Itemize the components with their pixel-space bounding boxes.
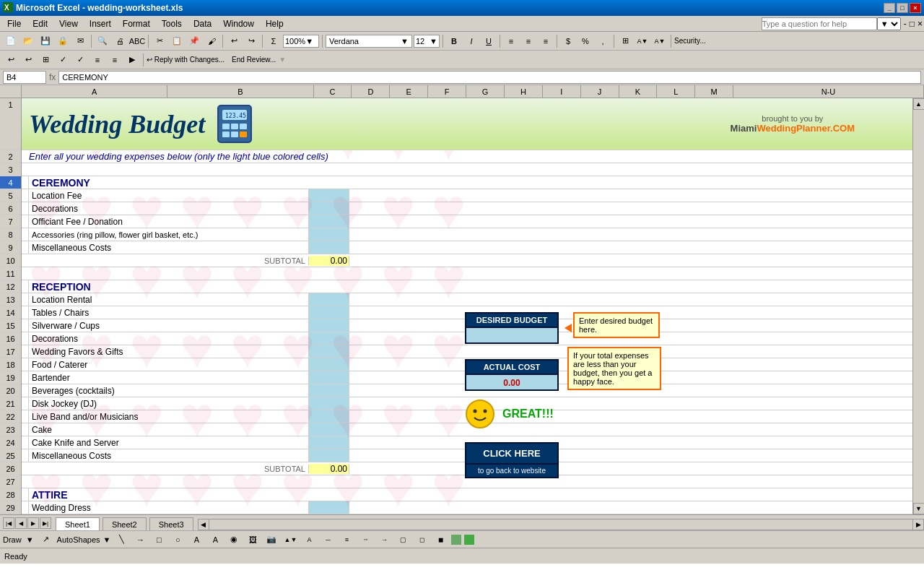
email-button[interactable]: ✉ — [72, 34, 88, 48]
officiant-input[interactable] — [309, 215, 349, 228]
tb2-btn4[interactable]: ✓ — [55, 53, 71, 67]
textbox-btn[interactable]: A — [188, 532, 204, 547]
band-label[interactable]: Live Band and/or Musicians — [29, 410, 309, 423]
favors-label[interactable]: Wedding Favors & Gifts — [29, 345, 309, 358]
cake-knife-label[interactable]: Cake Knife and Server — [29, 436, 309, 449]
fontcolor-draw-btn[interactable]: A — [301, 532, 317, 547]
draw-btn1[interactable]: ↗ — [38, 532, 54, 547]
cake-label[interactable]: Cake — [29, 423, 309, 436]
line-btn[interactable]: ╲ — [113, 532, 129, 547]
diagram-btn[interactable]: ◉ — [226, 532, 242, 547]
tb2-btn2[interactable]: ↩ — [20, 53, 36, 67]
location-fee-label[interactable]: Location Fee — [29, 189, 309, 202]
silverware-input[interactable] — [309, 319, 349, 332]
minimize-button[interactable]: _ — [884, 3, 895, 13]
reception-header-cell[interactable]: RECEPTION — [29, 281, 912, 293]
decor-reception-input[interactable] — [309, 332, 349, 345]
col-header-m[interactable]: M — [695, 85, 733, 98]
format-painter-button[interactable]: 🖌 — [204, 34, 219, 48]
menu-item-data[interactable]: Data — [188, 17, 217, 30]
col-header-b[interactable]: B — [167, 85, 313, 98]
borders-button[interactable]: ⊞ — [617, 34, 633, 48]
tb2-btn8[interactable]: ▶ — [124, 53, 140, 67]
bartender-input[interactable] — [309, 371, 349, 384]
col-header-h[interactable]: H — [505, 85, 543, 98]
green-btn1[interactable] — [451, 535, 461, 545]
close-button[interactable]: × — [910, 3, 921, 13]
col-header-c[interactable]: C — [314, 85, 352, 98]
tb2-btn1[interactable]: ↩ — [3, 53, 19, 67]
wordart-btn[interactable]: A — [207, 532, 223, 547]
dj-label[interactable]: Disk Jockey (DJ) — [29, 397, 309, 410]
accessories-input[interactable] — [309, 228, 349, 241]
misc-reception-input[interactable] — [309, 449, 349, 462]
col-header-f[interactable]: F — [428, 85, 466, 98]
cake-knife-input[interactable] — [309, 436, 349, 449]
3dbtn2[interactable]: ◼ — [432, 532, 448, 547]
desired-budget-input[interactable] — [465, 328, 559, 344]
arrow-btn[interactable]: → — [132, 532, 148, 547]
col-header-i[interactable]: I — [543, 85, 581, 98]
last-tab-button[interactable]: ▶| — [40, 517, 51, 529]
col-header-g[interactable]: G — [466, 85, 505, 98]
favors-input[interactable] — [309, 345, 349, 358]
autoshapes-label[interactable]: AutoShapes — [57, 535, 100, 544]
tb2-btn6[interactable]: ≡ — [90, 53, 105, 67]
decorations-label[interactable]: Decorations — [29, 202, 309, 215]
menu-item-window[interactable]: Window — [217, 17, 260, 30]
menu-item-edit[interactable]: Edit — [27, 17, 53, 30]
formula-input[interactable]: CEREMONY — [58, 71, 921, 84]
misc-reception-label[interactable]: Miscellaneous Costs — [29, 449, 309, 462]
italic-button[interactable]: I — [463, 34, 479, 48]
prev-tab-button[interactable]: ◀ — [15, 517, 27, 529]
undo-button[interactable]: ↩ — [226, 34, 242, 48]
click-here-sub[interactable]: to go back to website — [465, 465, 559, 478]
dj-input[interactable] — [309, 397, 349, 410]
col-header-k[interactable]: K — [619, 85, 658, 98]
click-here-button[interactable]: CLICK HERE — [465, 442, 559, 465]
beverages-label[interactable]: Beverages (cocktails) — [29, 384, 309, 397]
lineweight-btn[interactable]: ≡ — [339, 532, 354, 547]
image-btn[interactable]: 📷 — [263, 532, 279, 547]
decorations-input[interactable] — [309, 202, 349, 215]
draw-label[interactable]: Draw — [3, 535, 22, 544]
tab-sheet1[interactable]: Sheet1 — [56, 517, 100, 530]
open-button[interactable]: 📂 — [20, 34, 36, 48]
spellcheck-button[interactable]: ABC — [129, 34, 145, 48]
fillcolor-btn[interactable]: ▲▼ — [282, 532, 298, 547]
wedding-dress-label[interactable]: Wedding Dress — [29, 501, 309, 514]
menu-item-insert[interactable]: Insert — [84, 17, 117, 30]
permission-button[interactable]: 🔒 — [55, 34, 71, 48]
bold-button[interactable]: B — [446, 34, 462, 48]
location-rental-label[interactable]: Location Rental — [29, 293, 309, 306]
tab-sheet3[interactable]: Sheet3 — [149, 517, 193, 530]
cake-input[interactable] — [309, 423, 349, 436]
food-input[interactable] — [309, 358, 349, 371]
linecolor-btn[interactable]: ─ — [320, 532, 336, 547]
save-button[interactable]: 💾 — [38, 34, 53, 48]
tables-chairs-label[interactable]: Tables / Chairs — [29, 306, 309, 319]
next-tab-button[interactable]: ▶ — [27, 517, 39, 529]
col-header-j[interactable]: J — [581, 85, 619, 98]
first-tab-button[interactable]: |◀ — [3, 517, 14, 529]
silverware-label[interactable]: Silverware / Cups — [29, 319, 309, 332]
horizontal-scrollbar[interactable]: ◀ ▶ — [198, 519, 924, 530]
col-header-e[interactable]: E — [390, 85, 428, 98]
currency-button[interactable]: $ — [560, 34, 576, 48]
fill-color-button[interactable]: A▼ — [635, 34, 650, 48]
menu-item-view[interactable]: View — [53, 17, 84, 30]
underline-button[interactable]: U — [481, 34, 497, 48]
help-search-input[interactable] — [762, 17, 877, 30]
green-btn2[interactable] — [464, 535, 474, 545]
font-selector[interactable]: Verdana ▼ — [326, 35, 412, 48]
3d-btn[interactable]: ◻ — [414, 532, 430, 547]
menu-item-tools[interactable]: Tools — [156, 17, 188, 30]
col-header-a[interactable]: A — [22, 85, 167, 98]
ceremony-header-cell[interactable]: CEREMONY — [29, 177, 912, 189]
food-label[interactable]: Food / Caterer — [29, 358, 309, 371]
dash-btn[interactable]: ╌ — [357, 532, 373, 547]
wedding-dress-input[interactable] — [309, 501, 349, 514]
redo-button[interactable]: ↪ — [243, 34, 259, 48]
cell-reference[interactable]: B4 — [3, 71, 46, 84]
menu-item-file[interactable]: File — [1, 17, 27, 30]
